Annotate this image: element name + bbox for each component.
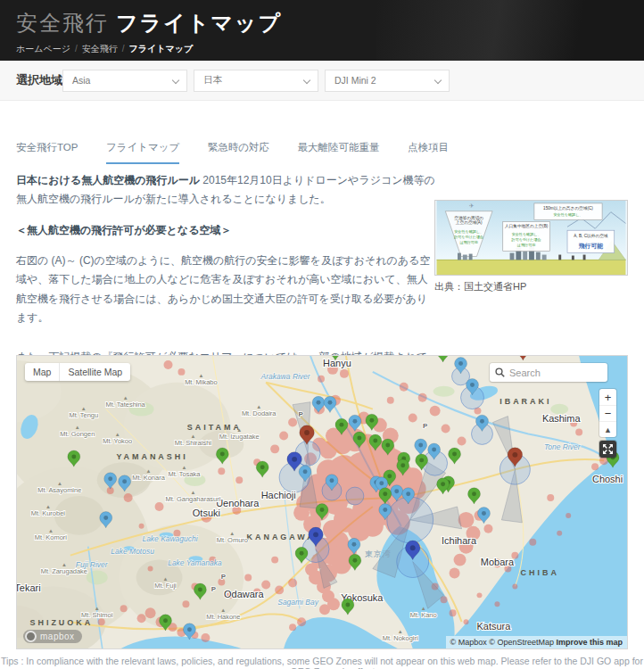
- mapbox-logo[interactable]: mapbox: [23, 630, 82, 643]
- intro-paragraph: 日本における無人航空機の飛行ルール 2015年12月10日よりドローンやラジコン…: [16, 171, 435, 210]
- flight-map[interactable]: HanyuHachiojiOtsukiUenoharaYokosukaOdawa…: [16, 355, 628, 649]
- map-label: Mt. Konara: [132, 474, 165, 482]
- map-label: Mt. Omuro: [217, 536, 248, 544]
- svg-text:飛行可能: 飛行可能: [578, 243, 603, 250]
- map-label: Mt. Gongen: [60, 430, 95, 438]
- map-label: Arakawa River: [260, 372, 311, 381]
- svg-text:人口集中地区の上空(B): 人口集中地区の上空(B): [505, 223, 549, 228]
- map-label: Mt. Fuji: [154, 582, 177, 590]
- map-label: Katsura: [477, 621, 512, 632]
- improve-map-link[interactable]: Improve this map: [556, 638, 623, 647]
- country-select[interactable]: 日本: [194, 70, 318, 92]
- region-selector-label: 選択地域: [16, 72, 62, 88]
- tab-bar: 安全飛行TOP フライトマップ 緊急時の対応 最大離陸可能重量 点検項目: [16, 138, 628, 163]
- map-label: Mt. Kurobei: [31, 509, 66, 517]
- map-label: Mt. Nokogiri: [383, 634, 418, 642]
- map-label: Hachioji: [261, 490, 296, 500]
- map-label: P: [221, 573, 227, 581]
- search-icon: [495, 368, 505, 377]
- osm-attribution-link[interactable]: © OpenStreetMap: [489, 638, 554, 647]
- airspace-diagram-image: ✈ 空港等の周辺の 上空の空域(A) 安全性を確認し、 許可を受けた場合 は飛行…: [434, 200, 628, 276]
- map-canvas: HanyuHachiojiOtsukiUenoharaYokosukaOdawa…: [17, 356, 627, 648]
- breadcrumb-home[interactable]: ホームページ: [16, 44, 70, 54]
- tab-safety-top[interactable]: 安全飛行TOP: [16, 141, 78, 162]
- map-label: Mt. Shiraishi: [175, 439, 211, 447]
- compass-button[interactable]: ▲: [599, 421, 616, 437]
- map-label: Mt. Hakone: [206, 613, 240, 621]
- map-label: Lake Yamanaka: [168, 558, 222, 567]
- map-label: SAITAMA: [187, 424, 242, 433]
- map-label: Tekari: [17, 582, 41, 593]
- svg-text:A, B, C以外の空域: A, B, C以外の空域: [574, 233, 608, 238]
- figure-caption: 出典：国土交通省HP: [434, 280, 628, 293]
- map-label: Mt. Tengu: [69, 411, 98, 419]
- map-label: Mt. Tateshina: [106, 401, 146, 409]
- page-title: 安全飛行フライトマップ: [16, 9, 644, 37]
- map-label: P: [423, 423, 428, 431]
- map-label: Sagami Bay: [277, 598, 318, 607]
- chevron-down-icon: [172, 76, 179, 83]
- zoom-out-button[interactable]: −: [599, 405, 616, 421]
- map-label: Mt. Kano: [410, 611, 437, 619]
- map-label: YAMANASHI: [116, 452, 187, 461]
- airspace-subheading: ＜無人航空機の飛行許可が必要となる空域＞: [16, 221, 435, 240]
- airspace-diagram: ✈ 空港等の周辺の 上空の空域(A) 安全性を確認し、 許可を受けた場合 は飛行…: [434, 200, 628, 293]
- tab-inspection[interactable]: 点検項目: [408, 141, 449, 162]
- continent-select[interactable]: Asia: [62, 70, 187, 92]
- mapbox-attribution-link[interactable]: © Mapbox: [450, 638, 487, 647]
- map-view-button[interactable]: Map: [25, 363, 59, 381]
- tab-max-takeoff-weight[interactable]: 最大離陸可能重量: [297, 141, 379, 162]
- drone-model-select[interactable]: DJI Mini 2: [325, 70, 450, 92]
- satellite-view-button[interactable]: Satellite Map: [59, 363, 130, 381]
- map-zoom-controls: + − ▲: [599, 389, 616, 437]
- geo-zones-tip: Tips : In compliance with the relevant l…: [0, 656, 644, 669]
- section-title: 安全飛行: [16, 11, 109, 35]
- region-selector-bar: 選択地域 Asia 日本 DJI Mini 2: [0, 61, 644, 101]
- chevron-down-icon: [434, 76, 442, 83]
- map-label: Mt. Shimoi: [81, 611, 113, 619]
- map-label: Hanyu: [323, 358, 351, 368]
- tab-flight-map[interactable]: フライトマップ: [106, 141, 179, 164]
- zoom-in-button[interactable]: +: [599, 389, 616, 405]
- map-label: P: [298, 410, 303, 418]
- map-label: Choshi: [592, 474, 623, 484]
- map-label: 東京湾: [365, 549, 392, 558]
- map-label: Mt. Mikabo: [185, 378, 218, 386]
- map-label: Mt. Gangaharasuri: [166, 495, 221, 503]
- airplane-icon: ✈: [469, 202, 475, 209]
- svg-text:150m以上の高さの空域(C): 150m以上の高さの空域(C): [543, 205, 593, 211]
- fullscreen-button[interactable]: [599, 441, 616, 458]
- map-label: P: [211, 585, 217, 593]
- map-label: Mobara: [481, 557, 515, 567]
- breadcrumb-current: フライトマップ: [129, 44, 194, 54]
- map-label: SHIZUOKA: [30, 618, 94, 627]
- map-label: KANAGAWA: [247, 533, 316, 541]
- breadcrumb-section[interactable]: 安全飛行: [82, 44, 118, 54]
- airspace-paragraph: 右図の (A)～ (C)の空域のように、航空機の航行の安全に影響を及ぼすおそれの…: [16, 252, 435, 327]
- article-section: 日本における無人航空機の飛行ルール 2015年12月10日よりドローンやラジコン…: [16, 171, 628, 339]
- map-label: Kashima: [542, 413, 582, 424]
- chevron-down-icon: [303, 76, 310, 83]
- map-label: Mt. Yokoo: [103, 437, 132, 445]
- map-label: Ichihara: [442, 535, 477, 546]
- map-label: Mt. Tosaka: [168, 470, 201, 478]
- map-label: Otsuki: [193, 508, 220, 518]
- map-label: Mt. Dodaira: [242, 409, 277, 417]
- map-label: CHIBA: [521, 568, 559, 577]
- map-search-box: [490, 363, 607, 382]
- map-label: IBARAKI: [500, 397, 551, 406]
- map-label: Lake Motosu: [111, 547, 154, 556]
- map-style-switch: Map Satellite Map: [25, 363, 130, 381]
- search-input[interactable]: [509, 368, 599, 378]
- mapbox-logo-icon: [25, 631, 37, 642]
- map-label: Lake Kawaguchi: [142, 534, 198, 543]
- fullscreen-icon: [603, 444, 613, 454]
- map-label: Uenohara: [216, 498, 260, 508]
- page-header: 安全飛行フライトマップ ホームページ/安全飛行/フライトマップ: [0, 0, 644, 61]
- tab-emergency[interactable]: 緊急時の対応: [208, 141, 269, 162]
- map-label: Mt. Komori: [35, 533, 67, 541]
- svg-text:上空の空域(A): 上空の空域(A): [456, 219, 483, 225]
- map-label: Fuji River: [76, 560, 109, 569]
- map-attribution: © Mapbox © OpenStreetMap Improve this ma…: [446, 636, 627, 648]
- map-label: Mt. Izugatake: [219, 433, 260, 441]
